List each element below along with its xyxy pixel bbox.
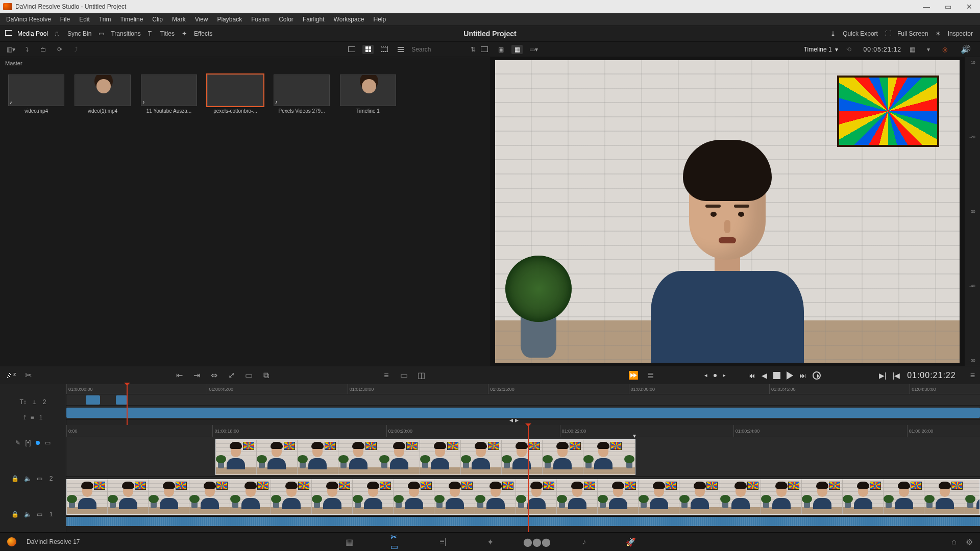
lower-playhead[interactable] bbox=[528, 425, 529, 532]
inspector-button[interactable]: ✶Inspector bbox=[936, 30, 973, 37]
timeline-viewer-icon[interactable]: ▦ bbox=[511, 45, 523, 54]
video-clip[interactable] bbox=[215, 439, 635, 475]
bypass-grade-icon[interactable]: ▾ bbox=[923, 45, 934, 54]
full-screen-button[interactable]: ⛶Full Screen bbox=[885, 30, 928, 37]
source-clip-viewer-icon[interactable]: ▣ bbox=[495, 45, 506, 54]
track-v2-tool-a-icon[interactable]: T↕ bbox=[19, 398, 26, 406]
bin-view-icon[interactable]: ▥▾ bbox=[5, 45, 16, 54]
prev-edit-arrow-icon[interactable]: ◂ bbox=[704, 372, 707, 379]
boring-detector-icon[interactable]: ⫽ᶻ bbox=[5, 371, 16, 380]
timeline-selector[interactable]: Timeline 1 ▾ bbox=[804, 46, 838, 53]
menu-edit[interactable]: Edit bbox=[75, 14, 94, 24]
close-button[interactable]: ✕ bbox=[959, 0, 980, 13]
menu-clip[interactable]: Clip bbox=[148, 14, 167, 24]
titles-button[interactable]: TTitles bbox=[148, 30, 175, 37]
timeline-options-icon[interactable]: ≣ bbox=[645, 371, 656, 380]
menu-view[interactable]: View bbox=[191, 14, 212, 24]
dynamic-trim-icon[interactable]: ▭ bbox=[398, 371, 409, 380]
transition-icon[interactable]: ◫ bbox=[415, 371, 427, 380]
project-settings-icon[interactable]: ⚙ bbox=[966, 537, 973, 547]
search-input[interactable] bbox=[411, 46, 462, 53]
media-clip[interactable]: ♪video.mp4 bbox=[8, 74, 64, 114]
upper-track-v1[interactable] bbox=[66, 406, 980, 420]
menu-fairlight[interactable]: Fairlight bbox=[299, 14, 329, 24]
menu-help[interactable]: Help bbox=[369, 14, 390, 24]
menu-playback[interactable]: Playback bbox=[213, 14, 246, 24]
split-clip-icon[interactable]: ✂ bbox=[22, 371, 34, 380]
menu-davinci-resolve[interactable]: DaVinci Resolve bbox=[2, 14, 55, 24]
timeline-clip[interactable] bbox=[116, 395, 127, 405]
deliver-page-icon[interactable]: 🚀 bbox=[625, 537, 636, 546]
transport-timecode[interactable]: 01:00:21:22 bbox=[907, 371, 956, 380]
toggle-v1-icon[interactable]: ▭ bbox=[37, 511, 42, 518]
menu-timeline[interactable]: Timeline bbox=[116, 14, 147, 24]
thumbnail-view-icon[interactable] bbox=[362, 45, 374, 54]
timeline-menu-icon[interactable]: ≡ bbox=[970, 371, 975, 380]
mute-v2-icon[interactable]: 🔈 bbox=[24, 475, 32, 482]
metadata-view-icon[interactable] bbox=[346, 45, 357, 54]
bin-path[interactable]: Master bbox=[0, 57, 490, 69]
fast-review-icon[interactable]: ⏩ bbox=[628, 371, 639, 380]
append-icon[interactable]: ⇥ bbox=[191, 371, 202, 380]
stop-icon[interactable] bbox=[773, 372, 780, 379]
lower-track-v1[interactable] bbox=[66, 477, 980, 517]
viewer-mode-dropdown-icon[interactable]: ▭▾ bbox=[528, 45, 539, 54]
media-clip[interactable]: video(1).mp4 bbox=[75, 74, 131, 114]
track-v1-tool-b-icon[interactable]: ≡ bbox=[31, 414, 34, 421]
import-folder-icon[interactable]: 🗀 bbox=[38, 45, 49, 54]
menu-file[interactable]: File bbox=[56, 14, 74, 24]
ripple-overwrite-icon[interactable]: ⇔ bbox=[208, 371, 219, 380]
color-page-icon[interactable]: ⬤⬤⬤ bbox=[531, 537, 543, 546]
effects-button[interactable]: ✦Effects bbox=[182, 30, 212, 37]
mute-v1-icon[interactable]: 🔈 bbox=[24, 511, 32, 518]
lower-audio-track[interactable] bbox=[66, 517, 980, 526]
place-on-top-icon[interactable]: ▭ bbox=[243, 371, 254, 380]
menu-trim[interactable]: Trim bbox=[95, 14, 115, 24]
menu-color[interactable]: Color bbox=[275, 14, 298, 24]
sync-icon[interactable]: ⟳ bbox=[54, 45, 65, 54]
loop-indicator-icon[interactable]: ⟲ bbox=[843, 45, 854, 54]
export-icon[interactable]: ⤴ bbox=[70, 45, 82, 54]
menu-mark[interactable]: Mark bbox=[168, 14, 190, 24]
menu-workspace[interactable]: Workspace bbox=[330, 14, 369, 24]
jog-back-icon[interactable]: |◀ bbox=[892, 371, 900, 380]
tools-dropdown-icon[interactable]: ≡ bbox=[381, 371, 392, 380]
sort-icon[interactable]: ⇅ bbox=[468, 45, 479, 54]
go-to-start-icon[interactable]: ⏮ bbox=[748, 371, 755, 380]
track-v2-tool-b-icon[interactable]: ⫫ bbox=[32, 398, 38, 406]
timeline-clip[interactable] bbox=[66, 408, 980, 418]
step-back-icon[interactable]: ◀ bbox=[762, 371, 767, 380]
toggle-v2-icon[interactable]: ▭ bbox=[37, 475, 42, 482]
picker-icon[interactable]: ◎ bbox=[939, 45, 950, 54]
close-up-icon[interactable]: ⤢ bbox=[226, 371, 237, 380]
lock-v2-icon[interactable]: 🔒 bbox=[11, 475, 19, 482]
home-icon[interactable]: ⌂ bbox=[951, 537, 957, 547]
track-v1-tool-a-icon[interactable]: ⟟ bbox=[23, 414, 26, 421]
menu-fusion[interactable]: Fusion bbox=[247, 14, 274, 24]
maximize-button[interactable]: ▭ bbox=[937, 0, 959, 13]
list-view-icon[interactable] bbox=[395, 45, 406, 54]
safe-area-icon[interactable]: ▦ bbox=[906, 45, 918, 54]
media-clip[interactable]: pexels-cottonbro-... bbox=[207, 74, 263, 114]
quick-export-button[interactable]: ⤓Quick Export bbox=[830, 30, 878, 37]
filmstrip-view-icon[interactable] bbox=[379, 45, 390, 54]
source-overwrite-icon[interactable]: ⧉ bbox=[260, 371, 272, 380]
import-media-icon[interactable]: ⤵ bbox=[21, 45, 33, 54]
cut-page-icon[interactable]: ✂▭ bbox=[390, 537, 402, 546]
transitions-button[interactable]: ▭Transitions bbox=[99, 30, 140, 37]
marker-icon[interactable]: [•] bbox=[26, 439, 31, 446]
upper-timeline-body[interactable]: 01:00:00:0001:00:45:0001:01:30:0001:02:1… bbox=[66, 384, 980, 425]
media-clip[interactable]: ♪Pexels Videos 279... bbox=[274, 74, 330, 114]
smart-insert-icon[interactable]: ⇤ bbox=[174, 371, 185, 380]
media-clip[interactable]: ♪11 Youtube Ausza... bbox=[141, 74, 197, 114]
lock-v1-icon[interactable]: 🔒 bbox=[11, 511, 19, 518]
fairlight-page-icon[interactable]: ♪ bbox=[578, 537, 590, 546]
sync-bin-button[interactable]: ⎍Sync Bin bbox=[55, 30, 91, 37]
program-viewer[interactable] bbox=[495, 60, 960, 363]
upper-track-v2[interactable] bbox=[66, 394, 980, 406]
go-to-end-icon[interactable]: ⏭ bbox=[799, 371, 806, 380]
play-icon[interactable] bbox=[787, 371, 793, 380]
lower-track-v2[interactable]: ▾ bbox=[66, 437, 980, 477]
media-clip[interactable]: Timeline 1 bbox=[340, 74, 396, 114]
audio-trim-toggle-icon[interactable] bbox=[36, 441, 40, 445]
